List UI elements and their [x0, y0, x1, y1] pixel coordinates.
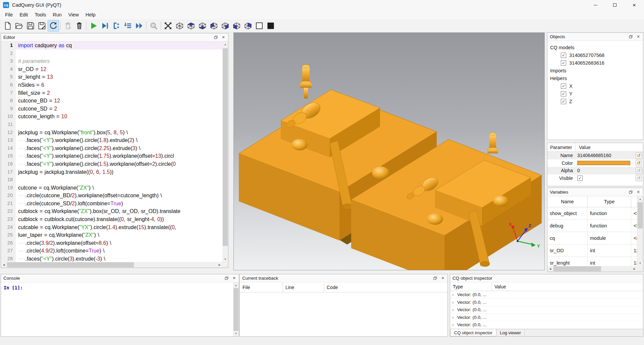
save-as-button[interactable] — [36, 20, 48, 31]
float-panel-icon[interactable] — [433, 276, 437, 281]
tree-item-y[interactable]: ✓Y — [561, 90, 643, 97]
view-iso-button[interactable] — [174, 20, 185, 31]
expand-chevron-icon[interactable]: › — [452, 322, 457, 327]
close-panel-icon[interactable]: ✕ — [232, 276, 236, 281]
checkbox[interactable]: ✓ — [561, 91, 566, 96]
scrollbar-thumb[interactable] — [7, 262, 134, 267]
toggle-shaded-button[interactable] — [265, 20, 276, 31]
checkbox[interactable]: ✓ — [561, 53, 566, 58]
tree-item-3140652683616[interactable]: ✓3140652683616 — [561, 59, 643, 67]
inspector-row[interactable]: ›Vector: (0.0, ... — [450, 299, 643, 306]
editor-horizontal-scrollbar[interactable]: ◀ ▶ — [1, 262, 222, 268]
scroll-up-icon[interactable]: ▲ — [637, 196, 643, 202]
variable-row-debug[interactable]: debugfunction<f — [547, 220, 637, 232]
close-panel-icon[interactable]: ✕ — [221, 35, 226, 40]
close-panel-icon[interactable]: ✕ — [440, 276, 445, 281]
undo-icon[interactable]: ↺ — [636, 152, 642, 159]
variable-row-cq[interactable]: cqmodule<m — [547, 232, 637, 245]
menu-edit[interactable]: Edit — [16, 11, 31, 18]
scroll-down-icon[interactable]: ▼ — [222, 256, 228, 262]
checkbox[interactable]: ✓ — [561, 60, 566, 66]
tree-item-3140652707568[interactable]: ✓3140652707568 — [561, 51, 643, 59]
param-row-color[interactable]: Color↺ — [547, 159, 643, 167]
close-panel-icon[interactable]: ✕ — [636, 34, 641, 39]
checkbox[interactable]: ✓ — [561, 83, 566, 89]
inspector-row[interactable]: ›Vector: (0.0, ... — [450, 306, 643, 314]
scrollbar-thumb[interactable] — [638, 202, 643, 228]
scrollbar-thumb[interactable] — [553, 266, 601, 271]
scroll-down-icon[interactable]: ▼ — [637, 260, 643, 266]
tree-group-imports[interactable]: Imports — [550, 67, 643, 74]
param-row-visible[interactable]: Visible✓↺ — [547, 175, 643, 182]
tree-item-x[interactable]: ✓X — [561, 82, 643, 90]
expand-chevron-icon[interactable]: › — [452, 307, 457, 312]
inspector-row[interactable]: ›Vector: (0.0, ... — [450, 291, 643, 299]
variable-row-sr-od[interactable]: sr_ODint12 — [547, 245, 637, 257]
menu-help[interactable]: Help — [82, 11, 99, 18]
float-panel-icon[interactable] — [628, 190, 633, 194]
scroll-right-icon[interactable]: ▶ — [217, 262, 222, 268]
menu-file[interactable]: File — [2, 11, 16, 18]
tree-group-helpers[interactable]: Helpers — [550, 74, 643, 82]
console-input-area[interactable]: In [1]: — [1, 282, 233, 336]
minimize-button[interactable] — [586, 0, 605, 10]
tab-cq-object-inspector[interactable]: CQ object inspector — [450, 329, 496, 336]
expand-chevron-icon[interactable]: › — [452, 315, 457, 320]
close-panel-icon[interactable]: ✕ — [636, 190, 641, 194]
menu-view[interactable]: View — [65, 11, 82, 18]
variables-vertical-scrollbar[interactable]: ▲ ▼ — [637, 196, 643, 266]
scroll-right-icon[interactable]: ▶ — [632, 266, 637, 272]
undo-icon[interactable]: ↺ — [636, 160, 642, 166]
close-button[interactable]: ✕ — [625, 0, 644, 10]
save-script-button[interactable] — [25, 20, 36, 31]
view-front-button[interactable] — [231, 20, 242, 31]
checkbox[interactable]: ✓ — [561, 99, 566, 104]
reload-button[interactable] — [48, 20, 59, 31]
view-bottom-button[interactable] — [197, 20, 208, 31]
checkbox[interactable]: ✓ — [577, 176, 583, 181]
editor-vertical-scrollbar[interactable]: ▲ ▼ — [222, 42, 228, 262]
new-script-button[interactable] — [2, 20, 13, 31]
expand-chevron-icon[interactable]: › — [452, 300, 457, 305]
console-vertical-scrollbar[interactable]: ▲ ▼ — [233, 282, 239, 336]
scrollbar-thumb[interactable] — [223, 48, 228, 246]
menu-run[interactable]: Run — [49, 11, 65, 18]
open-script-button[interactable] — [13, 20, 25, 31]
tree-item-z[interactable]: ✓Z — [561, 97, 643, 105]
expand-chevron-icon[interactable]: › — [452, 292, 457, 297]
scroll-up-icon[interactable]: ▲ — [222, 42, 228, 47]
inspector-row[interactable]: ›Vector: (0.0, ... — [450, 314, 643, 322]
continue-button[interactable] — [133, 20, 145, 31]
color-swatch[interactable] — [577, 161, 630, 165]
toggle-wireframe-button[interactable] — [254, 20, 265, 31]
scrollbar-thumb[interactable] — [233, 288, 238, 331]
float-panel-icon[interactable] — [628, 34, 633, 39]
scroll-down-icon[interactable]: ▼ — [233, 331, 239, 336]
float-panel-icon[interactable] — [213, 35, 218, 40]
fit-view-button[interactable] — [162, 20, 174, 31]
step-in-button[interactable] — [122, 20, 133, 31]
tab-log-viewer[interactable]: Log viewer — [496, 329, 525, 336]
param-row-alpha[interactable]: Alpha0↺ — [547, 167, 643, 175]
scroll-left-icon[interactable]: ◀ — [1, 262, 7, 268]
param-row-name[interactable]: Name3140646685160↺ — [547, 152, 643, 159]
render-button[interactable] — [88, 20, 99, 31]
debug-button[interactable] — [99, 20, 111, 31]
tree-group-cq-models[interactable]: CQ models — [550, 44, 643, 51]
3d-viewport[interactable]: X Z Y — [233, 32, 545, 270]
scroll-left-icon[interactable]: ◀ — [547, 266, 553, 272]
maximize-button[interactable] — [605, 0, 625, 10]
menu-tools[interactable]: Tools — [31, 11, 49, 18]
inspector-row[interactable]: ›Vector: (0.0, ... — [450, 321, 643, 329]
view-top-button[interactable] — [185, 20, 197, 31]
scroll-up-icon[interactable]: ▲ — [233, 282, 239, 288]
view-left-button[interactable] — [208, 20, 219, 31]
delete-object-button[interactable] — [73, 20, 85, 31]
float-panel-icon[interactable] — [224, 276, 229, 281]
code-editor[interactable]: 1import·cadquery·as·cq23# parameters4sr_… — [1, 42, 222, 262]
variable-row-sr-lenght[interactable]: sr_lenghtint13 — [547, 257, 637, 266]
step-button[interactable] — [111, 20, 122, 31]
view-back-button[interactable] — [242, 20, 254, 31]
variable-row-show-object[interactable]: show_objectfunction<f — [547, 207, 637, 220]
variables-horizontal-scrollbar[interactable]: ◀ ▶ — [547, 266, 637, 272]
